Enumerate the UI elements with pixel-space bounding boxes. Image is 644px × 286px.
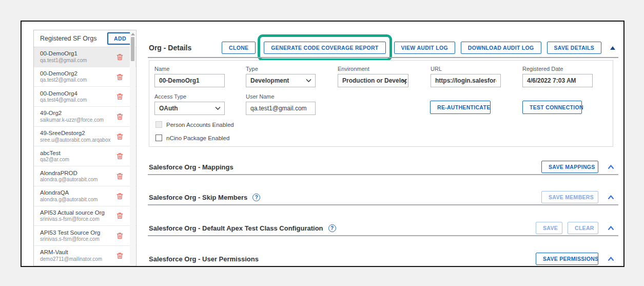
generate-code-coverage-report-button[interactable]: GENERATE CODE COVERAGE REPORT <box>264 42 385 54</box>
chevron-up-icon[interactable] <box>608 195 614 200</box>
view-audit-log-button[interactable]: VIEW AUDIT LOG <box>394 42 455 54</box>
org-list-item[interactable]: API53 Actual source Org srinivas.s-fsrn@… <box>34 206 136 226</box>
person-accounts-checkbox[interactable] <box>155 121 162 128</box>
org-text: abcTest qa2@ar.com <box>40 149 123 163</box>
save-details-button[interactable]: SAVE DETAILS <box>547 42 601 54</box>
environment-select[interactable]: Production or Development <box>338 74 408 87</box>
download-audit-log-button[interactable]: DOWNLOAD AUDIT LOG <box>461 42 541 54</box>
save-apex-config-button[interactable]: SAVE <box>536 222 562 234</box>
scrollbar-up-icon[interactable] <box>131 33 135 35</box>
chevron-up-icon[interactable] <box>608 226 614 231</box>
org-email: sree.u@autorabit.com.arqabox <box>40 137 123 144</box>
save-permissions-button[interactable]: SAVE PERMISSIONS <box>536 253 598 265</box>
clone-button[interactable]: CLONE <box>222 42 256 54</box>
org-list-item[interactable]: 49-Org2 saikumar.k-uzzr@force.com <box>34 107 136 127</box>
test-connection-button[interactable]: TEST CONNECTION <box>522 101 582 114</box>
trash-icon[interactable] <box>116 212 124 220</box>
environment-label: Environment <box>338 66 408 72</box>
org-details-header: Org - Details CLONE GENERATE CODE COVERA… <box>148 41 618 54</box>
apex-config-title: Salesforce Org - Default Apex Test Class… <box>149 224 323 232</box>
trash-icon[interactable] <box>116 93 124 101</box>
org-list-item[interactable]: 00-DemoOrg1 qa.test1@gmail.com <box>34 47 136 67</box>
org-name: ARM-Vault <box>40 249 123 256</box>
save-members-button[interactable]: SAVE MEMBERS <box>541 191 598 203</box>
trash-icon[interactable] <box>116 192 124 200</box>
save-mappings-button[interactable]: SAVE MAPPINGS <box>541 161 598 173</box>
trash-icon[interactable] <box>116 112 124 120</box>
org-list-item[interactable]: 00-DemoOrg4 qa.test4@gmail.com <box>34 87 136 107</box>
re-authenticate-button[interactable]: RE-AUTHENTICATE <box>430 101 491 114</box>
org-list-item[interactable]: AlondraPROD alondra.g@autorabit.com <box>34 166 136 186</box>
trash-icon[interactable] <box>116 53 124 61</box>
url-label: URL <box>431 66 501 72</box>
org-text: 00-DemoOrg2 qa.test2@gmail.com <box>40 70 123 84</box>
org-email: qa2@ar.com <box>40 157 123 163</box>
chevron-up-icon[interactable] <box>608 165 614 169</box>
org-list-item[interactable]: 49-SreeDestorg2 sree.u@autorabit.com.arq… <box>34 127 136 147</box>
ncino-checkbox[interactable] <box>155 135 162 141</box>
mappings-actions: SAVE MAPPINGS <box>541 161 618 173</box>
type-value: Development <box>250 77 289 84</box>
org-text: API53 Test Source Org srinivas.s-fsrn@fo… <box>40 229 123 243</box>
add-org-button[interactable]: ADD <box>107 32 133 45</box>
trash-icon[interactable] <box>116 73 124 81</box>
help-icon[interactable]: ? <box>252 194 260 201</box>
sidebar-scrollbar[interactable] <box>130 30 135 266</box>
org-name: 49-Org2 <box>40 109 123 117</box>
chevron-down-icon <box>401 79 407 83</box>
org-name: 49-SreeDestorg2 <box>40 129 123 137</box>
section-skip-members: Salesforce Org - Skip Members ? SAVE MEM… <box>148 191 618 203</box>
skip-members-actions: SAVE MEMBERS <box>541 191 618 203</box>
chevron-down-icon <box>306 79 311 83</box>
org-text: AlondraQA alondra.g@autorabit.com <box>40 189 123 203</box>
section-divider <box>148 204 618 205</box>
collapse-section-icon[interactable] <box>610 46 615 50</box>
org-list-item[interactable]: ARM-Vault demo2711@mailinator.com <box>34 246 136 266</box>
scrollbar-thumb[interactable] <box>131 37 134 61</box>
org-details-form: Name 00-DemoOrg1 Type Development Enviro… <box>149 60 613 147</box>
org-details-main: Org - Details CLONE GENERATE CODE COVERA… <box>148 22 618 266</box>
page-title: Org - Details <box>149 44 191 52</box>
trash-icon[interactable] <box>116 232 124 240</box>
trash-icon[interactable] <box>116 172 124 180</box>
chevron-up-icon[interactable] <box>608 257 614 261</box>
section-divider <box>148 235 618 236</box>
user-permissions-actions: SAVE PERMISSIONS <box>536 253 618 265</box>
help-icon[interactable]: ? <box>328 224 336 232</box>
org-name: abcTest <box>40 149 123 157</box>
registered-date-label: Registered Date <box>522 66 593 72</box>
section-user-permissions: Salesforce Org - User Permissions SAVE P… <box>148 253 618 265</box>
registered-orgs-sidebar: Registered SF Orgs ADD 00-DemoOrg1 qa.te… <box>33 30 136 266</box>
environment-value: Production or Development <box>342 77 407 84</box>
type-select[interactable]: Development <box>246 74 316 87</box>
org-list-item[interactable]: AlondraQA alondra.g@autorabit.com <box>34 186 136 206</box>
name-input[interactable]: 00-DemoOrg1 <box>154 74 225 87</box>
org-list-item[interactable]: 00-DemoOrg2 qa.test2@gmail.com <box>34 67 136 87</box>
org-text: ARM-Vault demo2711@mailinator.com <box>40 249 123 262</box>
access-type-select[interactable]: OAuth <box>154 102 225 115</box>
org-email: srinivas.s-fsrn@force.com <box>40 216 123 223</box>
org-name: 00-DemoOrg1 <box>40 50 123 57</box>
org-email: saikumar.k-uzzr@force.com <box>40 117 123 124</box>
registered-date-value: 4/6/2022 7:03 AM <box>527 77 576 84</box>
trash-icon[interactable] <box>116 252 124 259</box>
clear-apex-config-button[interactable]: CLEAR <box>568 222 598 234</box>
mappings-title: Salesforce Org - Mappings <box>149 163 233 171</box>
url-input[interactable]: https://login.salesforce.co <box>431 74 501 87</box>
user-name-input[interactable]: qa.test1@gmail.com <box>246 102 316 115</box>
name-label: Name <box>154 66 225 72</box>
header-divider <box>148 57 618 58</box>
org-text: 49-SreeDestorg2 sree.u@autorabit.com.arq… <box>40 129 123 143</box>
trash-icon[interactable] <box>116 132 124 140</box>
org-list-item[interactable]: API53 Test Source Org srinivas.s-fsrn@fo… <box>34 226 136 246</box>
org-list-item[interactable]: abcTest qa2@ar.com <box>34 146 136 166</box>
org-name: 00-DemoOrg2 <box>40 70 123 77</box>
section-divider <box>148 174 618 175</box>
type-label: Type <box>246 66 316 72</box>
trash-icon[interactable] <box>116 152 124 160</box>
section-apex-config: Salesforce Org - Default Apex Test Class… <box>148 222 618 234</box>
registered-date-input[interactable]: 4/6/2022 7:03 AM <box>522 74 593 87</box>
org-name: 00-DemoOrg4 <box>40 90 123 97</box>
header-actions: CLONE GENERATE CODE COVERAGE REPORT VIEW… <box>222 42 618 54</box>
org-text: 00-DemoOrg4 qa.test4@gmail.com <box>40 90 123 104</box>
